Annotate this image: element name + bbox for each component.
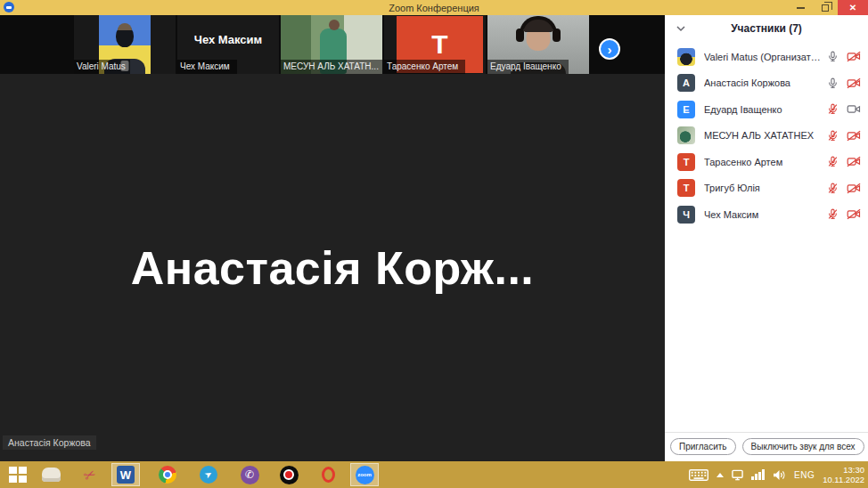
avatar: Т	[677, 153, 695, 171]
laptop-app-glyph	[42, 468, 61, 482]
video-tile[interactable]: МЕСУН АЛЬ ХАТАТН...	[281, 15, 382, 74]
video-tile[interactable]: Едуард Іващенко	[487, 15, 589, 74]
mic-muted-icon	[827, 103, 839, 115]
telegram-icon[interactable]: ➤	[194, 463, 223, 486]
avatar: A	[677, 74, 695, 92]
video-tile-label: Чех Максим	[177, 60, 237, 74]
participants-header: Участники (7)	[665, 15, 868, 42]
camera-off-icon	[847, 156, 861, 167]
participants-footer: Пригласить Выключить звук для всех ...	[665, 432, 868, 455]
chrome-logo-icon	[159, 466, 176, 484]
avatar	[677, 126, 695, 144]
minimize-icon	[797, 7, 805, 9]
chrome-icon[interactable]	[153, 463, 182, 486]
participant-row[interactable]: AАнастасія Коржова	[665, 70, 868, 97]
chevron-down-icon[interactable]	[676, 23, 686, 34]
title-bar[interactable]: Zoom Конференция ✕	[0, 0, 868, 15]
camera-off-icon	[847, 208, 861, 220]
zoom-logo-icon: zoom	[356, 466, 374, 484]
mic-muted-icon	[827, 208, 839, 220]
mic-muted-icon	[827, 156, 839, 167]
next-page-button[interactable]: ›	[599, 38, 620, 60]
word-logo-icon: W	[117, 466, 135, 484]
word-icon[interactable]: W	[111, 463, 140, 486]
self-view-label: Анастасія Коржова	[3, 435, 96, 450]
participant-row[interactable]: ТТарасенко Артем	[665, 149, 868, 175]
mute-all-button[interactable]: Выключить звук для всех	[742, 438, 864, 455]
record-app-icon[interactable]	[274, 463, 303, 486]
participant-status-icons	[822, 156, 861, 167]
hidden-icons-chevron[interactable]	[717, 473, 724, 477]
participant-name: МЕСУН АЛЬ ХАТАТНЕХ	[704, 130, 814, 141]
touch-keyboard-icon[interactable]	[689, 469, 708, 481]
camera-off-icon	[847, 77, 861, 89]
mic-muted-icon: Чех Максим	[180, 61, 230, 72]
participant-status-icons	[822, 77, 861, 89]
participants-title: Участники (7)	[731, 22, 802, 35]
mic-muted-icon: Тарасенко Артем	[387, 61, 458, 72]
participants-panel: Участники (7) Valeri Matus (Организатор,…	[665, 15, 868, 461]
participant-name: Анастасія Коржова	[704, 77, 790, 88]
participant-name: Тарасенко Артем	[704, 157, 782, 167]
restore-button[interactable]	[813, 0, 838, 15]
video-tiles: Valeri MatusЧех МаксимЧех МаксимМЕСУН АЛ…	[74, 15, 589, 74]
camera-off-icon	[847, 51, 861, 62]
avatar: Ч	[677, 206, 695, 224]
viber-logo-icon: ✆	[241, 466, 259, 484]
participant-name: Valeri Matus	[77, 61, 126, 72]
pc-status-icon[interactable]	[732, 469, 743, 481]
clock-date: 10.11.2022	[823, 475, 864, 484]
network-signal-icon[interactable]	[751, 469, 765, 480]
video-tile[interactable]: Чех МаксимЧех Максим	[177, 15, 279, 74]
mic-icon	[827, 51, 839, 62]
video-tile-label: Valeri Matus	[74, 60, 130, 74]
video-tile[interactable]: TТарасенко Артем	[384, 15, 486, 74]
participant-row[interactable]: ЧЧех Максим	[665, 201, 868, 228]
video-strip: Valeri MatusЧех МаксимЧех МаксимМЕСУН АЛ…	[0, 15, 665, 74]
participant-status-icons	[822, 103, 861, 115]
participant-name: Valeri Matus (Организатор, я)	[704, 52, 822, 62]
participant-name: Едуард Іващенко	[704, 104, 782, 115]
snipping-tool-icon[interactable]: ✂	[76, 463, 104, 486]
scissors-icon: ✂	[81, 465, 99, 485]
mic-muted-icon: МЕСУН АЛЬ ХАТАТН...	[283, 61, 379, 72]
participant-row[interactable]: EЕдуард Іващенко	[665, 96, 868, 123]
avatar: Т	[677, 179, 695, 197]
viber-icon[interactable]: ✆	[235, 463, 264, 486]
video-tile-label: Тарасенко Артем	[384, 60, 465, 74]
participant-name: Чех Максим	[704, 209, 758, 220]
record-glyph-icon	[280, 466, 299, 484]
clock-time: 13:30	[823, 465, 864, 475]
participant-name: Тригуб Юлія	[704, 183, 760, 193]
participant-status-icons	[822, 183, 861, 194]
camera-off-icon	[847, 130, 861, 142]
participant-row[interactable]: ТТригуб Юлія	[665, 175, 868, 202]
avatar	[677, 48, 695, 66]
participant-row[interactable]: Valeri Matus (Организатор, я)	[665, 44, 868, 70]
restore-icon	[822, 4, 829, 12]
camera-off-icon	[847, 183, 861, 194]
active-speaker-name: Анастасія Корж...	[131, 241, 535, 295]
clock[interactable]: 13:30 10.11.2022	[823, 465, 864, 484]
video-tile[interactable]: Valeri Matus	[74, 15, 176, 74]
participant-status-icons	[822, 51, 861, 62]
mic-icon	[827, 77, 839, 89]
language-indicator[interactable]: ENG	[794, 470, 815, 480]
start-button[interactable]	[4, 463, 32, 486]
invite-button[interactable]: Пригласить	[670, 438, 736, 455]
participant-status-icons	[822, 130, 861, 142]
close-button[interactable]: ✕	[838, 0, 868, 15]
avatar: E	[677, 101, 695, 118]
window-title: Zoom Конференция	[0, 3, 868, 13]
minimize-button[interactable]	[788, 0, 813, 15]
telegram-logo-icon: ➤	[200, 466, 217, 484]
volume-icon[interactable]	[773, 469, 786, 481]
opera-icon[interactable]	[314, 463, 342, 486]
zoom-icon[interactable]: zoom	[350, 463, 379, 486]
participant-name-display: Чех Максим	[177, 15, 279, 63]
participant-row[interactable]: МЕСУН АЛЬ ХАТАТНЕХ	[665, 123, 868, 150]
video-tile-label: Едуард Іващенко	[487, 60, 569, 74]
main-stage: Анастасія Корж... Анастасія Коржова	[0, 74, 665, 461]
laptop-app-icon[interactable]	[37, 463, 65, 486]
participant-status-icons	[822, 208, 861, 220]
